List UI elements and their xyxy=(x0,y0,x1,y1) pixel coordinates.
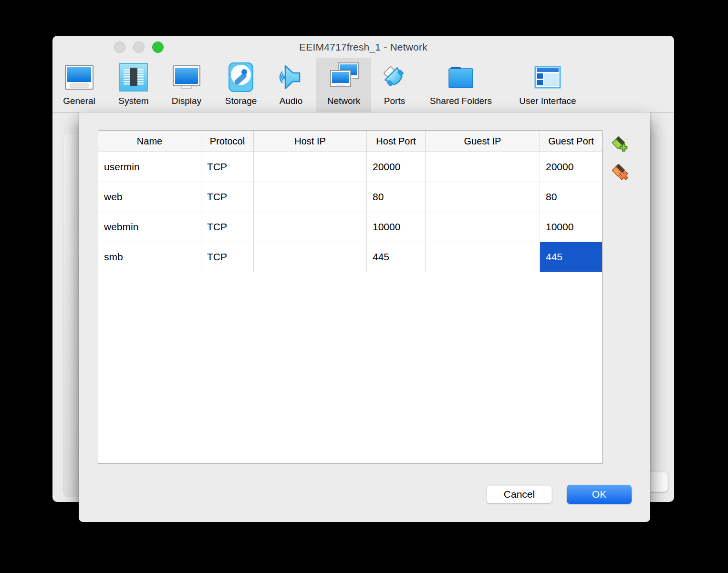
add-rule-icon[interactable] xyxy=(612,136,629,153)
cell-name[interactable]: usermin xyxy=(98,152,201,182)
toolbar-label: System xyxy=(118,96,148,106)
toolbar-label: Storage xyxy=(225,96,257,106)
column-header-guest-ip[interactable]: Guest IP xyxy=(426,131,540,152)
cell-protocol[interactable]: TCP xyxy=(201,182,254,212)
table-row: webmin TCP 10000 10000 xyxy=(98,212,602,242)
titlebar[interactable]: EEIM4717fresh_1 - Network xyxy=(52,36,674,58)
cell-host-port[interactable]: 20000 xyxy=(367,152,426,182)
table-row: usermin TCP 20000 20000 xyxy=(98,152,602,182)
cell-guest-ip[interactable] xyxy=(426,212,540,242)
cell-host-ip[interactable] xyxy=(254,242,367,272)
toolbar-label: Shared Folders xyxy=(430,96,492,106)
cell-guest-port[interactable]: 10000 xyxy=(540,212,602,242)
toolbar-item-user-interface[interactable]: User Interface xyxy=(512,58,583,113)
cancel-button[interactable]: Cancel xyxy=(487,485,552,503)
audio-icon xyxy=(276,62,306,92)
cell-guest-port-selected[interactable]: 445 xyxy=(540,242,602,272)
toolbar-item-ports[interactable]: Ports xyxy=(375,58,414,113)
shared-folders-icon xyxy=(446,62,476,92)
cell-guest-port[interactable]: 20000 xyxy=(540,152,602,182)
display-icon xyxy=(171,62,202,92)
remove-rule-icon[interactable] xyxy=(612,164,629,181)
user-interface-icon xyxy=(532,62,563,92)
cell-host-ip[interactable] xyxy=(254,152,367,182)
window-title: EEIM4717fresh_1 - Network xyxy=(52,36,674,58)
ports-icon xyxy=(379,62,410,92)
column-header-protocol[interactable]: Protocol xyxy=(201,131,254,152)
ok-button[interactable]: OK xyxy=(567,485,632,504)
toolbar-label: Display xyxy=(172,96,201,106)
column-header-host-ip[interactable]: Host IP xyxy=(254,131,367,152)
toolbar-item-display[interactable]: Display xyxy=(165,58,208,113)
toolbar-label: User Interface xyxy=(519,96,576,106)
column-header-name[interactable]: Name xyxy=(98,131,201,152)
cell-host-port[interactable]: 10000 xyxy=(367,212,426,242)
cell-guest-ip[interactable] xyxy=(426,182,540,212)
cell-host-port[interactable]: 80 xyxy=(367,182,426,212)
toolbar-item-system[interactable]: System xyxy=(112,58,155,113)
cell-guest-port[interactable]: 80 xyxy=(540,182,602,212)
toolbar-item-shared-folders[interactable]: Shared Folders xyxy=(425,58,497,113)
cell-name[interactable]: webmin xyxy=(98,212,201,242)
cell-host-ip[interactable] xyxy=(254,212,367,242)
table-header: Name Protocol Host IP Host Port Guest IP… xyxy=(98,131,602,152)
settings-toolbar: General System xyxy=(52,58,674,113)
toolbar-item-audio[interactable]: Audio xyxy=(272,58,310,113)
cell-guest-ip[interactable] xyxy=(426,242,540,272)
port-forwarding-table: Name Protocol Host IP Host Port Guest IP… xyxy=(98,130,603,464)
table-row: smb TCP 445 445 xyxy=(98,242,602,272)
column-header-host-port[interactable]: Host Port xyxy=(367,131,426,152)
system-icon xyxy=(118,62,149,92)
column-header-guest-port[interactable]: Guest Port xyxy=(540,131,602,152)
toolbar-item-general[interactable]: General xyxy=(58,58,101,113)
cell-host-port[interactable]: 445 xyxy=(367,242,426,272)
storage-icon xyxy=(226,62,256,92)
cell-guest-ip[interactable] xyxy=(426,152,540,182)
network-icon xyxy=(329,62,359,92)
port-forwarding-dialog: Name Protocol Host IP Host Port Guest IP… xyxy=(79,113,650,522)
toolbar-item-storage[interactable]: Storage xyxy=(219,58,262,113)
toolbar-label: Network xyxy=(327,96,361,106)
cell-protocol[interactable]: TCP xyxy=(201,212,254,242)
cell-host-ip[interactable] xyxy=(254,182,367,212)
cell-name[interactable]: smb xyxy=(98,242,201,272)
table-row: web TCP 80 80 xyxy=(98,182,602,212)
cell-protocol[interactable]: TCP xyxy=(201,242,254,272)
toolbar-label: Ports xyxy=(384,96,405,106)
toolbar-item-network[interactable]: Network xyxy=(316,58,371,113)
cell-protocol[interactable]: TCP xyxy=(201,152,254,182)
toolbar-label: Audio xyxy=(280,96,303,106)
cell-name[interactable]: web xyxy=(98,182,201,212)
toolbar-label: General xyxy=(63,96,95,106)
general-icon xyxy=(64,62,94,92)
